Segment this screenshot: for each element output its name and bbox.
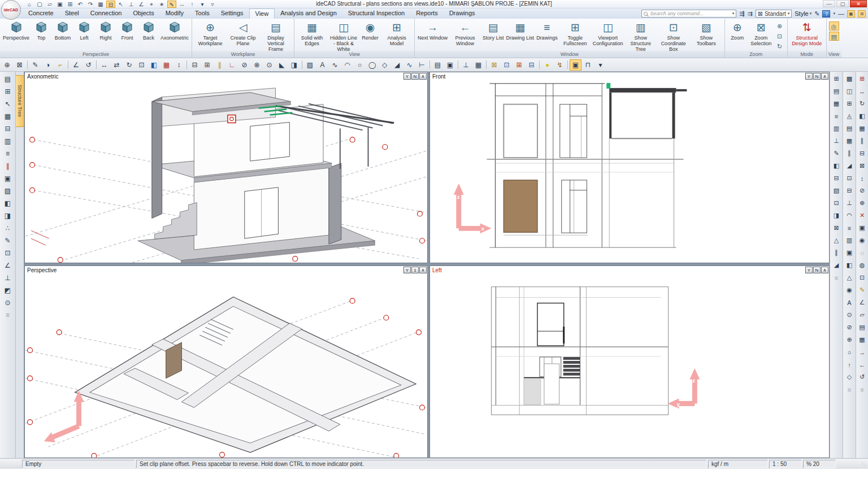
window-tool-icon[interactable]: ⊞ — [844, 98, 855, 110]
stair-tool-icon[interactable]: ≡ — [831, 110, 842, 122]
color-picker-icon[interactable]: ◑ — [42, 59, 54, 71]
select-arrow-icon[interactable]: ↖ — [116, 1, 125, 8]
toolbar-grip-icon[interactable]: ≡ — [844, 384, 855, 395]
resize-grip[interactable]: ⋱ — [836, 460, 868, 468]
steel-frame-icon[interactable]: ⊠ — [831, 222, 842, 234]
structure-tree-icon[interactable]: ▤ — [2, 73, 14, 85]
analysis-view-icon[interactable]: ▥ — [2, 135, 14, 147]
slab-tool-icon[interactable]: ▦ — [831, 98, 842, 110]
object-library-icon[interactable]: ▣ — [844, 247, 855, 259]
split-object-icon[interactable]: ⊘ — [857, 185, 868, 197]
panel-tool-icon[interactable]: ◧ — [831, 160, 842, 172]
section-view-icon[interactable]: ⊟ — [2, 123, 14, 134]
measure-tool-icon[interactable]: ∠ — [857, 297, 868, 308]
canopy-tool-icon[interactable]: ◠ — [844, 210, 855, 221]
perspective-canvas[interactable] — [25, 266, 427, 457]
triangle-icon[interactable]: ◢ — [391, 59, 403, 71]
view-option-1-icon[interactable]: ◎ — [829, 21, 839, 30]
point-snap-icon[interactable]: ∴ — [2, 222, 14, 234]
viewport-mode-button[interactable]: N — [813, 73, 821, 80]
niche-tool-icon[interactable]: ⊟ — [844, 185, 855, 197]
scale-indicator[interactable]: 1 : 50 — [769, 460, 802, 468]
detail-mark-icon[interactable]: ◇ — [844, 371, 855, 383]
style-preset-select[interactable]: ⊠ Standart ▾ — [756, 10, 792, 18]
zoom-selection-button[interactable]: ⊠ Zoom Selection — [748, 20, 774, 50]
viewport-mode-button[interactable]: ∧ — [821, 267, 828, 273]
command-search-input[interactable]: Search any command... ▾ — [641, 10, 736, 18]
display-vertical-frame-button[interactable]: ▤ Display Vertical Frame — [259, 20, 292, 50]
viewport-mode-button[interactable]: Y — [805, 73, 813, 80]
trim-object-icon[interactable]: ⊟ — [857, 147, 868, 159]
object-list-icon[interactable]: ≡ — [2, 147, 14, 159]
home-icon[interactable]: ⌂ — [25, 1, 34, 8]
pergola-tool-icon[interactable]: ≡ — [844, 222, 855, 234]
menu-concrete[interactable]: Concrete — [23, 8, 59, 19]
render-button[interactable]: ◉ Render — [359, 20, 381, 50]
axis-mark-icon[interactable]: ⊕ — [844, 334, 855, 346]
camera-object-icon[interactable]: ◉ — [844, 284, 855, 296]
column-axis-icon[interactable]: ⊥ — [2, 272, 14, 284]
beam-tool-icon[interactable]: ▤ — [831, 85, 842, 97]
previous-window-button[interactable]: ← Previous Window — [449, 20, 481, 50]
menu-connection[interactable]: Connection — [85, 8, 128, 19]
increment-icon[interactable]: ↑ — [188, 1, 197, 8]
region-icon[interactable]: ⊡ — [2, 247, 14, 259]
orbit-icon[interactable]: ↺ — [83, 59, 94, 71]
foundation-tool-icon[interactable]: ⊟ — [831, 172, 842, 184]
show-all-icon[interactable]: ◍ — [857, 259, 868, 271]
mirror-object-icon[interactable]: ◧ — [857, 110, 868, 122]
angle-snap-icon[interactable]: ∠ — [137, 1, 146, 8]
grid-tool-icon[interactable]: ⊞ — [831, 73, 842, 85]
tree-object-icon[interactable]: △ — [844, 272, 855, 284]
join-icon[interactable]: ⊙ — [263, 59, 275, 71]
qat-overflow-icon[interactable]: ▿ — [208, 1, 217, 8]
zoom-indicator[interactable]: % 20 — [803, 460, 836, 468]
new-file-icon[interactable]: ▢ — [35, 1, 44, 8]
polyline-icon[interactable]: ∿ — [329, 59, 341, 71]
toolbar-grip-icon[interactable]: ≡ — [857, 384, 868, 395]
hide-object-icon[interactable]: ◌ — [857, 247, 868, 259]
idecad-logo[interactable]: ideCAD — [1, 0, 21, 20]
menu-settings[interactable]: Settings — [215, 8, 249, 19]
viewport-mode-button[interactable]: Y — [805, 267, 813, 273]
viewport-mode-button[interactable]: N — [411, 73, 419, 80]
purlin-tool-icon[interactable]: ∥ — [831, 247, 842, 259]
materials-icon[interactable]: ◩ — [2, 284, 14, 296]
zoom-button[interactable]: ⊕ Zoom — [727, 20, 748, 50]
search-dropdown-icon[interactable]: ▾ — [732, 11, 735, 16]
show-toolbars-button[interactable]: ▧ Show Toolbars — [690, 20, 723, 50]
maximize-button[interactable]: ▢ — [836, 0, 849, 7]
solid-with-edges-button[interactable]: ▦ Solid with Edges — [296, 20, 328, 50]
dimension-icon[interactable]: ↔ — [177, 1, 186, 8]
snap-options-icon[interactable]: ▾ — [198, 1, 207, 8]
stretch-icon[interactable]: ↕ — [173, 59, 185, 71]
drawing-list-button[interactable]: ▦ Drawing List — [505, 20, 536, 50]
measure-icon[interactable]: ∠ — [2, 259, 14, 271]
perspective-view-button[interactable]: Perspective — [2, 20, 31, 50]
stretch-object-icon[interactable]: ↕ — [857, 172, 868, 184]
extend-icon[interactable]: ⊞ — [201, 59, 213, 71]
refresh-icon[interactable]: ↺ — [857, 371, 868, 383]
scale-icon[interactable]: ⊡ — [136, 59, 147, 71]
layer-z-icon[interactable]: ⊡ — [501, 59, 513, 71]
grid-toggle-icon[interactable]: ⊟ — [106, 1, 115, 8]
pick-element-icon[interactable]: ↖ — [2, 98, 14, 110]
copy-object-icon[interactable]: ⊞ — [857, 73, 868, 85]
hidden-line-button[interactable]: ◫ Hidden Line - Black & White — [328, 20, 359, 50]
roof-tool-icon[interactable]: ◬ — [844, 110, 855, 122]
light-icon[interactable]: ● — [541, 59, 553, 71]
match-properties-icon[interactable]: ◨ — [288, 59, 300, 71]
isolate-icon[interactable]: ◉ — [857, 234, 868, 246]
move-icon[interactable]: ↔ — [98, 59, 110, 71]
right-view-button[interactable]: Right — [95, 20, 116, 50]
break-icon[interactable]: ⊘ — [238, 59, 250, 71]
viewport-mode-button[interactable]: ∧ — [419, 73, 427, 80]
spline-icon[interactable]: ∿ — [403, 59, 415, 71]
array-object-icon[interactable]: ▦ — [857, 123, 868, 134]
menu-analysis-and-design[interactable]: Analysis and Design — [275, 8, 342, 19]
library-icon[interactable]: ▨ — [2, 185, 14, 197]
viewport-mode-button[interactable]: Y — [403, 73, 411, 80]
viewport-mode-button[interactable]: Y — [403, 267, 411, 273]
toolbar-overflow-icon[interactable]: ▾ — [594, 59, 606, 71]
array-icon[interactable]: ▦ — [160, 59, 172, 71]
